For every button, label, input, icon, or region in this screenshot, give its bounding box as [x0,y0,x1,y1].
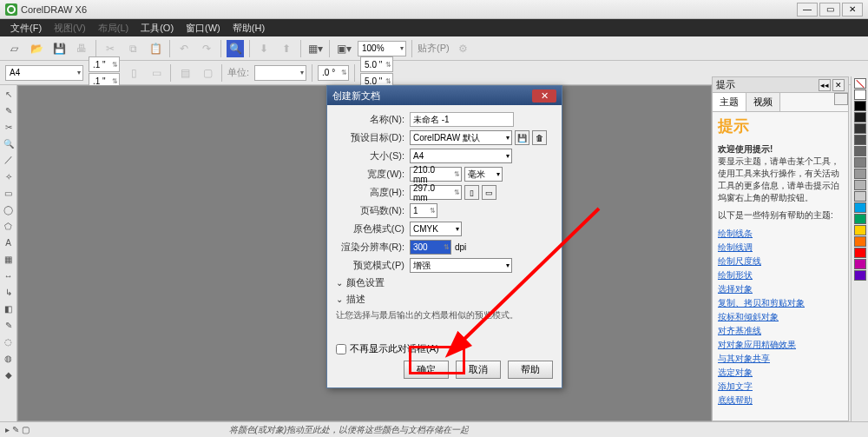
ellipse-tool-icon[interactable]: ◯ [2,202,16,216]
color-swatch[interactable] [854,112,866,122]
welcome-icon[interactable]: ▣▾ [335,40,352,57]
menu-tools[interactable]: 工具(O) [135,20,179,36]
zoom-tool-icon[interactable]: 🔍 [2,136,16,150]
save-icon[interactable]: 💾 [50,40,68,57]
color-swatch[interactable] [854,180,866,190]
docker-prev-icon[interactable]: ◂◂ [819,79,831,91]
pages-spin[interactable]: 1 [410,203,437,218]
color-swatch[interactable] [854,225,866,235]
orient-portrait-icon[interactable]: ▯ [464,185,479,200]
color-swatch[interactable] [854,135,866,145]
hint-link[interactable]: 添加文字 [718,380,843,394]
page-size-combo[interactable]: A4 [5,65,83,81]
hint-link[interactable]: 绘制形状 [718,268,843,282]
interactive-fill-icon[interactable]: ◆ [2,367,16,381]
freehand-tool-icon[interactable]: ／ [2,153,16,167]
color-swatch[interactable] [854,89,866,100]
color-swatch[interactable] [854,157,866,168]
hint-link[interactable]: 复制、拷贝和剪贴对象 [718,296,843,310]
eyedropper-tool-icon[interactable]: ✎ [2,318,16,332]
hint-link[interactable]: 绘制尺度线 [718,255,843,268]
dont-show-check-input[interactable] [336,344,346,354]
menu-window[interactable]: 窗口(W) [181,20,226,36]
hint-link[interactable]: 底线帮助 [718,394,843,407]
color-swatch[interactable] [854,169,866,179]
minimize-button[interactable]: ― [797,3,818,17]
dialog-close-icon[interactable]: ✕ [532,89,556,103]
app-launch-icon[interactable]: ▦▾ [306,40,324,57]
ok-button[interactable]: 确定 [404,361,449,379]
new-icon[interactable]: ▱ [5,40,23,57]
portrait-icon[interactable]: ▯ [125,64,142,82]
polygon-tool-icon[interactable]: ⬠ [2,219,16,233]
color-settings-section[interactable]: 颜色设置 [336,276,553,289]
color-swatch[interactable] [854,248,866,258]
color-swatch[interactable] [854,101,866,111]
color-swatch[interactable] [854,270,866,281]
outline-tool-icon[interactable]: ◌ [2,334,16,348]
text-tool-icon[interactable]: A [2,235,16,249]
help-button[interactable]: 帮助 [508,361,553,379]
color-swatch[interactable] [854,259,866,269]
copy-icon[interactable]: ⧉ [124,40,141,57]
tab-videos[interactable]: 视频 [746,93,780,111]
dup-x-spin[interactable]: 5.0 " [360,56,393,72]
undo-icon[interactable]: ↶ [175,40,193,57]
landscape-icon[interactable]: ▭ [148,64,165,82]
nudge-spin[interactable]: .0 ° [318,65,349,81]
color-swatch[interactable] [854,202,866,213]
hint-link[interactable]: 选定对象 [718,366,843,380]
smart-tool-icon[interactable]: ✧ [2,169,16,183]
dont-show-checkbox[interactable]: 不再显示此对话框(A) [336,342,553,355]
cut-icon[interactable]: ✂ [102,40,119,57]
width-spin[interactable]: 210.0 mm [410,167,462,182]
fill-tool-icon[interactable]: ◍ [2,351,16,365]
dimension-tool-icon[interactable]: ↔ [2,268,16,282]
maximize-button[interactable]: ▭ [819,3,840,17]
hint-link[interactable]: 绘制线调 [718,241,843,255]
menu-layout[interactable]: 布局(L) [93,20,134,36]
width-unit-combo[interactable]: 毫米 [464,167,503,182]
preview-combo[interactable]: 增强 [410,258,512,273]
preset-delete-icon[interactable]: 🗑 [532,130,547,145]
name-input[interactable] [410,112,514,127]
options-icon[interactable]: ⚙ [455,40,472,57]
connector-tool-icon[interactable]: ↳ [2,285,16,299]
docker-close-icon[interactable]: ✕ [832,79,845,91]
hint-link[interactable]: 对齐基准线 [718,324,843,338]
rectangle-tool-icon[interactable]: ▭ [2,186,16,200]
color-swatch[interactable] [854,214,866,224]
open-icon[interactable]: 📂 [28,40,45,57]
menu-file[interactable]: 文件(F) [5,20,47,36]
no-color-swatch[interactable] [854,78,866,89]
snap-menu[interactable]: 贴齐(P) [418,42,450,55]
hint-link[interactable]: 按标和倾斜对象 [718,310,843,324]
menu-view[interactable]: 视图(V) [49,20,91,36]
export-icon[interactable]: ⬆ [278,40,295,57]
hint-link[interactable]: 与其对象共享 [718,352,843,366]
hint-link[interactable]: 绘制线条 [718,227,843,241]
zoom-combo[interactable]: 100% [358,41,406,56]
color-swatch[interactable] [854,146,866,156]
colormode-combo[interactable]: CMYK [410,222,462,236]
color-swatch[interactable] [854,236,866,247]
hint-link[interactable]: 对对象应用精确效果 [718,338,843,352]
shape-tool-icon[interactable]: ✎ [2,103,16,117]
units-combo[interactable] [254,65,306,81]
color-swatch[interactable] [854,191,866,202]
resolution-spin[interactable]: 300 [410,240,451,255]
size-combo[interactable]: A4 [410,149,512,163]
search-icon[interactable]: 🔍 [227,40,244,57]
hint-link[interactable]: 选择对象 [718,282,843,296]
preset-combo[interactable]: CorelDRAW 默认 [410,130,512,145]
redo-icon[interactable]: ↷ [198,40,215,57]
close-button[interactable]: ✕ [842,3,863,17]
paste-icon[interactable]: 📋 [147,40,164,57]
tab-topics[interactable]: 主题 [713,93,746,111]
color-swatch[interactable] [854,123,866,134]
menu-help[interactable]: 帮助(H) [227,20,270,36]
description-section[interactable]: 描述 [336,293,553,306]
orient-landscape-icon[interactable]: ▭ [482,185,496,200]
table-tool-icon[interactable]: ▦ [2,252,16,266]
height-spin[interactable]: 297.0 mm [410,185,462,200]
